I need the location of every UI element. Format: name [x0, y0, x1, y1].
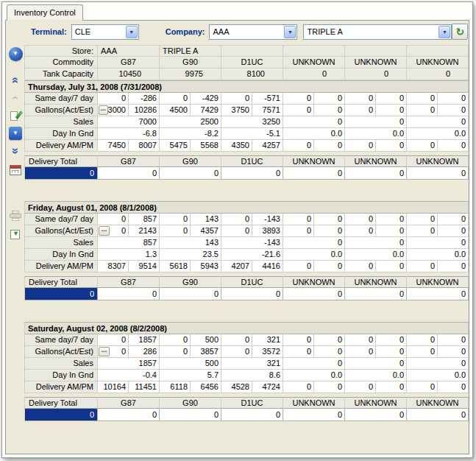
gallons-cell[interactable]: 0 [438, 225, 469, 237]
delivery-ampm-cell: 0 [438, 261, 469, 272]
same-day-label: Same day/7 day [24, 334, 98, 346]
delivery-total-cell[interactable]: 0 [283, 167, 345, 180]
delivery-total-cell[interactable]: 0 [160, 409, 221, 421]
delivery-ampm-cell: 4207 [221, 261, 252, 272]
gallons-cell[interactable]: 0 [407, 105, 438, 116]
same-day-cell: 0 [407, 93, 438, 105]
delivery-total-cell[interactable]: 0 [345, 167, 407, 180]
gallons-cell[interactable]: 0 [314, 105, 345, 116]
gallons-cell[interactable]: 0 [314, 346, 345, 358]
previous-day-button[interactable]: ‹ [7, 90, 24, 106]
gallons-cell[interactable]: 10286 [129, 105, 160, 116]
gallons-cell[interactable]: 0 [160, 225, 191, 237]
terminal-combo[interactable]: CLE ▼ [71, 24, 139, 40]
delivery-ampm-cell: 0 [376, 261, 407, 272]
sales-label: Sales [24, 358, 98, 370]
gallons-cell[interactable]: 0 [376, 225, 407, 237]
delivery-total-cell[interactable]: 0 [407, 167, 469, 180]
sales-row: Sales857143-143000 [24, 237, 469, 249]
company-combo[interactable]: AAA ▼ [209, 24, 297, 40]
delivery-total-cell[interactable]: 0 [283, 409, 345, 421]
delivery-total-cell[interactable]: 0 [407, 409, 469, 421]
delivery-total-selected-cell[interactable]: 0 [24, 409, 98, 421]
gallons-cell[interactable]: 0 [160, 346, 191, 358]
gallons-cell[interactable]: 4357 [191, 225, 221, 237]
gallons-cell[interactable]: 0 [376, 346, 407, 358]
gallons-cell[interactable]: 0 [376, 105, 407, 116]
company-combo-arrow-icon[interactable]: ▼ [284, 26, 296, 38]
gallons-ellipsis-button[interactable]: ... [99, 105, 108, 115]
company-name-combo-arrow-icon[interactable]: ▼ [438, 26, 450, 38]
gallons-cell[interactable]: 0 [345, 346, 376, 358]
delivery-total-cell[interactable]: 0 [160, 288, 221, 300]
refresh-button[interactable]: ↻ [452, 24, 468, 40]
down-arrow-glyph: ▼ [13, 51, 18, 57]
delivery-total-commodity-cell: UNKNOWN [407, 155, 469, 167]
gallons-cell[interactable]: 7429 [191, 105, 221, 116]
gallons-cell[interactable]: ...0 [98, 346, 129, 358]
delivery-total-cell[interactable]: 0 [345, 288, 407, 300]
gallons-cell[interactable]: 0 [438, 346, 469, 358]
gallons-cell[interactable]: 0 [221, 346, 252, 358]
terminal-combo-arrow-icon[interactable]: ▼ [126, 26, 138, 38]
delivery-total-commodity-cell: D1UC [221, 397, 283, 409]
delivery-total-cell[interactable]: 0 [221, 167, 283, 180]
print-button[interactable] [7, 208, 24, 224]
gallons-cell[interactable]: 0 [283, 346, 314, 358]
next-day-button[interactable]: ▼ [7, 125, 24, 141]
delivery-total-commodity-cell: D1UC [221, 276, 283, 288]
company-name-combo[interactable]: TRIPLE A ▼ [303, 24, 452, 40]
delivery-ampm-cell: 6118 [160, 381, 191, 393]
gallons-cell[interactable]: 4500 [160, 105, 191, 116]
delivery-total-cell[interactable]: 0 [98, 167, 160, 180]
gallons-cell[interactable]: 286 [129, 346, 160, 358]
gallons-cell[interactable]: ...3000 [98, 105, 129, 116]
gallons-cell[interactable]: 0 [283, 105, 314, 116]
same-day-cell: -429 [191, 93, 221, 105]
delivery-total-cell[interactable]: 0 [221, 409, 283, 421]
gallons-cell[interactable]: 0 [438, 105, 469, 116]
delivery-total-cell[interactable]: 0 [221, 288, 283, 300]
tank-capacity-cell: 0 [283, 68, 345, 80]
current-day-button[interactable]: ▼ [7, 46, 24, 62]
gallons-ellipsis-button[interactable]: ... [99, 226, 110, 236]
gallons-cell[interactable]: 7571 [252, 105, 283, 116]
delivery-ampm-cell: 0 [314, 140, 345, 152]
gallons-cell[interactable]: 2143 [129, 225, 160, 237]
gallons-cell[interactable]: 0 [345, 225, 376, 237]
same-day-cell: 0 [98, 334, 129, 346]
first-day-button[interactable]: « [7, 72, 24, 88]
gallons-cell[interactable]: 0 [407, 346, 438, 358]
day-header: Friday, August 01, 2008 (8/1/2008) [24, 201, 469, 214]
delivery-total-cell[interactable]: 0 [345, 409, 407, 421]
gallons-cell[interactable]: 0 [221, 225, 252, 237]
same-day-label: Same day/7 day [24, 214, 98, 225]
delivery-total-selected-cell[interactable]: 0 [24, 167, 98, 180]
last-day-button[interactable]: » [7, 143, 24, 159]
delivery-total-cell[interactable]: 0 [160, 167, 221, 180]
store-empty-cell [221, 45, 283, 57]
gallons-cell[interactable]: 3893 [252, 225, 283, 237]
tab-inventory-control[interactable]: Inventory Control [7, 4, 83, 21]
gallons-label: Gallons(Act/Est) [24, 346, 98, 358]
delivery-total-cell[interactable]: 0 [98, 288, 160, 300]
gallons-cell[interactable]: 0 [314, 225, 345, 237]
delivery-total-selected-cell[interactable]: 0 [24, 288, 98, 300]
gallons-cell[interactable]: 3750 [221, 105, 252, 116]
gallons-cell[interactable]: 3857 [191, 346, 221, 358]
delivery-total-cell[interactable]: 0 [98, 409, 160, 421]
gallons-cell[interactable]: ...0 [98, 225, 129, 237]
gallons-cell[interactable]: 3572 [252, 346, 283, 358]
calendar-button[interactable] [7, 162, 24, 178]
edit-button[interactable] [7, 108, 24, 124]
delivery-total-cell[interactable]: 0 [283, 288, 345, 300]
gallons-cell[interactable]: 0 [345, 105, 376, 116]
gallons-cell[interactable]: 0 [407, 225, 438, 237]
gallons-cell[interactable]: 0 [283, 225, 314, 237]
delivery-total-cell[interactable]: 0 [407, 288, 469, 300]
same-day-cell: 0 [345, 214, 376, 225]
save-button[interactable]: ▼ [7, 227, 24, 243]
delivery-ampm-cell: 4257 [252, 140, 283, 152]
sales-cell: 0 [345, 358, 407, 370]
gallons-ellipsis-button[interactable]: ... [99, 347, 110, 356]
